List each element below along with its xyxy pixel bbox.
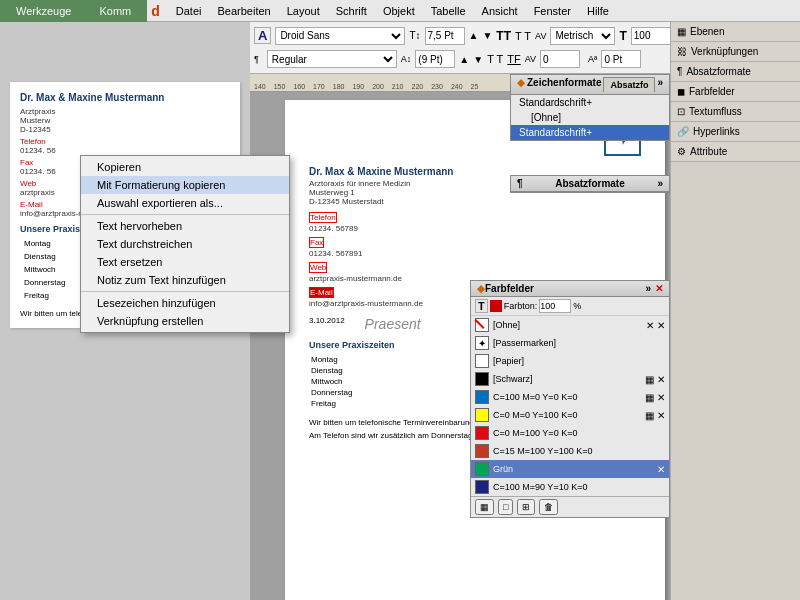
farb-t-icon: T xyxy=(475,299,488,313)
ruler-180: 180 xyxy=(329,83,349,90)
farb-row-yellow[interactable]: C=0 M=0 Y=100 K=0 ▦ ✕ xyxy=(471,406,669,424)
unit-select[interactable]: Metrisch xyxy=(550,27,615,45)
absatz-expand-icon[interactable]: » xyxy=(657,178,663,189)
ctx-sep-1 xyxy=(81,214,289,215)
farb-del-btn[interactable]: 🗑 xyxy=(539,499,558,515)
menu-objekt[interactable]: Objekt xyxy=(375,3,423,19)
doc-telefon-label: Telefon xyxy=(309,212,337,223)
farb-swatch-gruen xyxy=(475,462,489,476)
ctx-mit-formatierung[interactable]: Mit Formatierung kopieren xyxy=(81,176,289,194)
ctx-auswahl-export[interactable]: Auswahl exportieren als... xyxy=(81,194,289,212)
farb-row-gruen[interactable]: Grün ✕ xyxy=(471,460,669,478)
left-telefon-label: Telefon xyxy=(20,137,230,146)
menu-werkzeuge[interactable]: Werkzeuge xyxy=(8,3,79,19)
hyperlinks-label: Hyperlinks xyxy=(693,126,740,137)
left-arztpraxis: Arztpraxis xyxy=(20,107,230,116)
tt-icon-2: T T xyxy=(515,30,531,42)
farb-row-red[interactable]: C=0 M=100 Y=0 K=0 xyxy=(471,424,669,442)
arrow-up-icon: ▲ xyxy=(469,30,479,41)
aa-icon: Aª xyxy=(588,54,597,64)
farb-label-passer: [Passermarken] xyxy=(493,338,556,348)
farb-label-yellow: C=0 M=0 Y=100 K=0 xyxy=(493,410,577,420)
farb-swatch-yellow xyxy=(475,408,489,422)
doc-date: 3.10.2012 xyxy=(309,316,345,332)
ctx-lesezeichen[interactable]: Lesezeichen hinzufügen xyxy=(81,294,289,312)
zeichen-panel: ◆ Zeichenformate Absatzfo » Standardschr… xyxy=(510,74,670,141)
farb-icons-ohne: ✕ ✕ xyxy=(646,320,665,331)
av-icon: AV xyxy=(535,31,546,41)
zeichen-item-standardschrift[interactable]: Standardschrift+ xyxy=(511,95,669,110)
zeichen-item-ohne[interactable]: [Ohne] xyxy=(511,110,669,125)
zeichen-item-selected[interactable]: Standardschrift+ xyxy=(511,125,669,140)
ruler-190: 190 xyxy=(348,83,368,90)
font-family-select[interactable]: Droid Sans xyxy=(275,27,405,45)
tt-bottom-icon: T T xyxy=(487,53,503,65)
farb-swatch-papier xyxy=(475,354,489,368)
kerning-input[interactable] xyxy=(540,50,580,68)
ctx-kopieren[interactable]: Kopieren xyxy=(81,158,289,176)
farb-icons-cyan: ▦ ✕ xyxy=(645,392,665,403)
menu-komm[interactable]: Komm xyxy=(91,3,139,19)
text-frame-icon: A xyxy=(254,27,271,44)
font-style-select[interactable]: Regular xyxy=(267,50,397,68)
farb-label-dark: C=100 M=90 Y=10 K=0 xyxy=(493,482,587,492)
farb-farbton-input[interactable] xyxy=(539,299,571,313)
farb-label-schwarz: [Schwarz] xyxy=(493,374,533,384)
farb-dup-btn[interactable]: ⊞ xyxy=(517,499,535,515)
panel-item-verknuepfungen[interactable]: ⛓ Verknüpfungen xyxy=(671,42,800,62)
menu-hilfe[interactable]: Hilfe xyxy=(579,3,617,19)
panel-item-ebenen[interactable]: ▦ Ebenen xyxy=(671,22,800,42)
ctx-text-ersetzen[interactable]: Text ersetzen xyxy=(81,253,289,271)
absatz-header: ¶ Absatzformate » xyxy=(511,176,669,192)
ruler-160: 160 xyxy=(289,83,309,90)
farb-diamond-icon: ◆ xyxy=(477,283,485,294)
ctx-verknuepfung[interactable]: Verknüpfung erstellen xyxy=(81,312,289,330)
farb-row-papier[interactable]: [Papier] xyxy=(471,352,669,370)
farb-row-cyan[interactable]: C=100 M=0 Y=0 K=0 ▦ ✕ xyxy=(471,388,669,406)
zeichen-expand-icon[interactable]: » xyxy=(657,77,663,92)
para-icon: ¶ xyxy=(254,54,259,64)
farb-close-icon[interactable]: ✕ xyxy=(655,283,663,294)
font-size-input[interactable] xyxy=(425,27,465,45)
menu-bearbeiten[interactable]: Bearbeiten xyxy=(209,3,278,19)
attribute-label: Attribute xyxy=(690,146,727,157)
ctx-text-hervorheben[interactable]: Text hervorheben xyxy=(81,217,289,235)
leading-icon: A↕ xyxy=(401,54,412,64)
farb-new-btn[interactable]: ▦ xyxy=(475,499,494,515)
menu-datei[interactable]: Datei xyxy=(168,3,210,19)
absatzfo-tab[interactable]: Absatzfo xyxy=(603,77,655,92)
absatz-icon: ¶ xyxy=(517,178,523,189)
panel-item-farbfelder[interactable]: ◼ Farbfelder xyxy=(671,82,800,102)
farb-row-dark[interactable]: C=100 M=90 Y=10 K=0 xyxy=(471,478,669,496)
ctx-notiz[interactable]: Notiz zum Text hinzufügen xyxy=(81,271,289,289)
menu-schrift[interactable]: Schrift xyxy=(328,3,375,19)
ruler-140: 140 xyxy=(250,83,270,90)
panel-item-textumfluss[interactable]: ⊡ Textumfluss xyxy=(671,102,800,122)
leading-input[interactable] xyxy=(415,50,455,68)
doc-web-label: Web xyxy=(309,262,327,273)
farb-swatch-red xyxy=(475,426,489,440)
panel-item-hyperlinks[interactable]: 🔗 Hyperlinks xyxy=(671,122,800,142)
ctx-text-durchstreichen[interactable]: Text durchstreichen xyxy=(81,235,289,253)
farb-edit-btn[interactable]: □ xyxy=(498,499,513,515)
farb-row-ohne[interactable]: [Ohne] ✕ ✕ xyxy=(471,316,669,334)
farb-label-papier: [Papier] xyxy=(493,356,524,366)
farb-row-darkred[interactable]: C=15 M=100 Y=100 K=0 xyxy=(471,442,669,460)
context-menu[interactable]: Kopieren Mit Formatierung kopieren Auswa… xyxy=(80,155,290,333)
menu-tabelle[interactable]: Tabelle xyxy=(423,3,474,19)
doc-day-1: Dienstag xyxy=(311,366,480,375)
ruler-250: 25 xyxy=(467,83,483,90)
menu-fenster[interactable]: Fenster xyxy=(526,3,579,19)
textumfluss-label: Textumfluss xyxy=(689,106,742,117)
scale-input[interactable] xyxy=(631,27,671,45)
panel-item-absatzformate[interactable]: ¶ Absatzformate xyxy=(671,62,800,82)
baseline-input[interactable] xyxy=(601,50,641,68)
farb-expand-icon[interactable]: » xyxy=(645,283,651,294)
farb-pct-label: % xyxy=(573,301,581,311)
farb-swatch-passer: ✦ xyxy=(475,336,489,350)
farb-row-schwarz[interactable]: [Schwarz] ▦ ✕ xyxy=(471,370,669,388)
panel-item-attribute[interactable]: ⚙ Attribute xyxy=(671,142,800,162)
farb-row-passer[interactable]: ✦ [Passermarken] xyxy=(471,334,669,352)
menu-ansicht[interactable]: Ansicht xyxy=(474,3,526,19)
menu-layout[interactable]: Layout xyxy=(279,3,328,19)
